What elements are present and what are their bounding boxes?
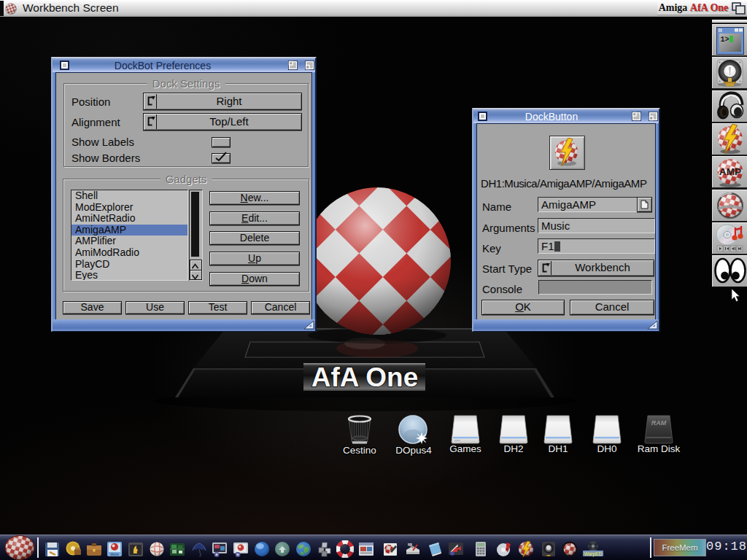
svg-text:AfA One: AfA One	[311, 362, 419, 392]
svg-text:WarpED: WarpED	[584, 551, 603, 557]
svg-text:RAM: RAM	[651, 419, 667, 427]
svg-text:AMP: AMP	[719, 166, 741, 177]
svg-text:1>: 1>	[721, 36, 729, 44]
svg-text:docs: docs	[110, 552, 119, 556]
